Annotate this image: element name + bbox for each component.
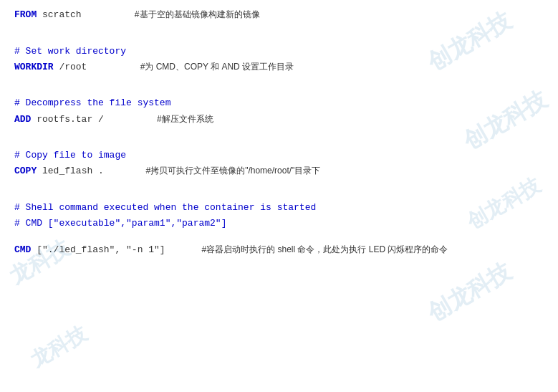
empty-line-4 <box>14 85 544 95</box>
line-cmd: CMD ["./led_flash", "-n 1"] #容器启动时执行的 sh… <box>14 242 544 258</box>
line-add: ADD rootfs.tar / #解压文件系统 <box>14 112 544 128</box>
empty-line-8 <box>14 190 544 200</box>
watermark-6: 龙科技 <box>24 317 94 376</box>
add-value: rootfs.tar / <box>31 112 154 128</box>
copy-comment: #拷贝可执行文件至镜像的"/home/root/"目录下 <box>145 163 320 178</box>
comment-copy-text: # Copy file to image <box>14 148 126 163</box>
cmd-keyword: CMD <box>14 242 31 258</box>
line-comment-decompress: # Decompress the file system <box>14 95 544 111</box>
comment-workdir-text: # Set work directory <box>14 44 126 59</box>
empty-line-6 <box>14 138 544 148</box>
comment-cmd-disabled-text: # CMD ["executable","param1","param2"] <box>14 216 226 231</box>
empty-line-1 <box>14 23 544 33</box>
workdir-value: /root <box>54 59 138 75</box>
from-comment: #基于空的基础镜像构建新的镜像 <box>135 7 260 21</box>
watermark-5: 创龙科技 <box>420 252 519 332</box>
empty-line-7 <box>14 179 544 189</box>
cmd-comment: #容器启动时执行的 shell 命令，此处为执行 LED 闪烁程序的命令 <box>201 242 448 257</box>
empty-line-3 <box>14 75 544 85</box>
copy-keyword: COPY <box>14 163 37 179</box>
add-comment: #解压文件系统 <box>157 112 213 126</box>
empty-line-9 <box>14 231 544 242</box>
add-keyword: ADD <box>14 112 31 128</box>
line-copy: COPY led_flash . #拷贝可执行文件至镜像的"/home/root… <box>14 163 544 179</box>
line-comment-shell: # Shell command executed when the contai… <box>14 200 544 216</box>
from-value: scratch <box>37 7 132 23</box>
empty-line-2 <box>14 33 544 43</box>
empty-line-5 <box>14 128 544 138</box>
comment-shell-text: # Shell command executed when the contai… <box>14 200 316 216</box>
workdir-keyword: WORKDIR <box>14 59 54 75</box>
line-workdir: WORKDIR /root #为 CMD、COPY 和 AND 设置工作目录 <box>14 59 544 75</box>
workdir-comment: #为 CMD、COPY 和 AND 设置工作目录 <box>140 59 294 74</box>
comment-decompress-text: # Decompress the file system <box>14 95 170 111</box>
from-keyword: FROM <box>14 7 37 23</box>
line-from: FROM scratch #基于空的基础镜像构建新的镜像 <box>14 7 544 23</box>
line-comment-copy: # Copy file to image <box>14 148 544 163</box>
cmd-value: ["./led_flash", "-n 1"] <box>31 242 198 258</box>
code-editor: 创龙科技 创龙科技 创龙科技 龙科技 创龙科技 龙科技 FROM scratch… <box>0 0 558 265</box>
line-comment-workdir: # Set work directory <box>14 44 544 59</box>
line-comment-cmd-disabled: # CMD ["executable","param1","param2"] <box>14 216 544 231</box>
copy-value: led_flash . <box>37 163 143 179</box>
